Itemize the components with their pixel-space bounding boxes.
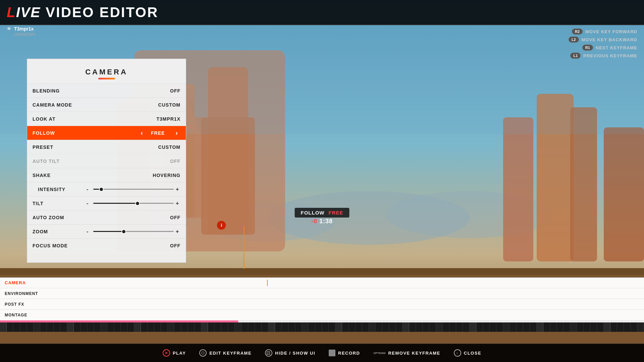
time-display: -0 1:38 xyxy=(311,218,333,225)
camera-mode-value: CUSTOM xyxy=(158,102,180,108)
tracks-wrapper: CAMERA ENVIRONMENT POST FX MONTAGE xyxy=(0,278,644,332)
zoom-fill xyxy=(93,231,124,232)
zoom-track xyxy=(93,231,174,232)
record-label: RECORD xyxy=(338,351,360,356)
intensity-label: INTENSITY xyxy=(33,187,86,192)
time-value: 1:38 xyxy=(319,218,333,225)
auto-tilt-value: OFF xyxy=(170,159,180,164)
keyframe-info-icon: ℹ xyxy=(217,221,226,230)
record-square-icon xyxy=(329,350,335,356)
app-title: LIVE VIDEO EDITOR xyxy=(7,4,158,20)
camera-track-label: CAMERA xyxy=(0,280,64,285)
auto-tilt-row: AUTO TILT OFF xyxy=(27,154,186,168)
shake-row: SHAKE HOVERING xyxy=(27,168,186,182)
svg-rect-14 xyxy=(604,127,644,261)
follow-badge-follow: FOLLOW xyxy=(301,210,325,216)
blending-label: BLENDING xyxy=(33,88,86,94)
track-row-post-fx[interactable]: POST FX xyxy=(0,299,644,310)
post-fx-track-label: POST FX xyxy=(0,302,64,307)
track-row-environment[interactable]: ENVIRONMENT xyxy=(0,288,644,299)
follow-row[interactable]: FOLLOW ‹ FREE › xyxy=(27,126,186,140)
username: T3mpr1x xyxy=(14,26,34,32)
preset-value: CUSTOM xyxy=(158,144,180,150)
zoom-slider[interactable]: - + xyxy=(87,229,180,235)
cross-icon: ✕ xyxy=(163,349,170,357)
user-status: UNKNOWN xyxy=(7,32,35,37)
time-minus: -0 xyxy=(311,218,317,225)
l2-label: MOVE KEY BACKWARD xyxy=(582,37,637,42)
tilt-minus[interactable]: - xyxy=(87,200,91,206)
circle-icon: ○ xyxy=(454,349,461,357)
look-at-value: T3mpr1x xyxy=(156,116,180,122)
header: LIVE VIDEO EDITOR xyxy=(0,0,644,25)
key-row-r1: R1 NEXT KEYFRAME xyxy=(569,45,637,51)
zoom-minus[interactable]: - xyxy=(87,229,91,235)
r1-label: NEXT KEYFRAME xyxy=(596,45,637,50)
l1-label: PREVIOUS KEYFRAME xyxy=(583,53,637,58)
track-row-camera[interactable]: CAMERA xyxy=(0,278,644,288)
montage-timeline xyxy=(64,310,644,320)
bottom-controls: ✕ PLAY ⬡ EDIT KEYFRAME ⊡ HIDE / SHOW UI … xyxy=(0,344,644,362)
environment-track-label: ENVIRONMENT xyxy=(0,291,64,296)
hide-show-icon: ⊡ xyxy=(265,349,272,357)
follow-prev-btn[interactable]: ‹ xyxy=(138,129,146,137)
auto-zoom-value: OFF xyxy=(170,215,180,220)
look-at-row: LOOK AT T3mpr1x xyxy=(27,112,186,126)
camera-timeline xyxy=(64,278,644,288)
zoom-plus[interactable]: + xyxy=(176,229,180,235)
intensity-plus[interactable]: + xyxy=(176,186,180,192)
play-button[interactable]: ✕ PLAY xyxy=(163,349,186,357)
auto-tilt-label: AUTO TILT xyxy=(33,159,86,164)
tilt-plus[interactable]: + xyxy=(176,200,180,206)
panel-title-underline xyxy=(98,78,115,79)
edit-keyframe-label: EDIT KEYFRAME xyxy=(209,351,252,356)
play-label: PLAY xyxy=(173,351,186,356)
blending-value: OFF xyxy=(170,88,180,94)
record-button[interactable]: RECORD xyxy=(329,350,360,356)
key-row-r2: R2 MOVE KEY FORWARD xyxy=(569,28,637,35)
camera-mode-label: CAMERA MODE xyxy=(33,102,86,108)
tilt-label: TILT xyxy=(33,201,86,206)
remove-keyframe-label: REMOVE KEYFRAME xyxy=(388,351,440,356)
tilt-row[interactable]: TILT - + xyxy=(27,196,186,210)
montage-track-label: MONTAGE xyxy=(0,313,64,317)
preset-row: PRESET CUSTOM xyxy=(27,140,186,154)
environment-timeline xyxy=(64,288,644,299)
remove-keyframe-button[interactable]: OPTIONS REMOVE KEYFRAME xyxy=(373,350,440,356)
svg-rect-11 xyxy=(503,117,533,261)
tilt-fill xyxy=(93,203,138,204)
intensity-minus[interactable]: - xyxy=(87,186,91,192)
zoom-thumb[interactable] xyxy=(121,229,126,234)
l1-badge: L1 xyxy=(570,53,581,59)
progress-bar-container xyxy=(0,320,644,322)
tilt-slider[interactable]: - + xyxy=(87,200,180,206)
follow-badge-free: FREE xyxy=(328,210,343,216)
close-button[interactable]: ○ CLOSE xyxy=(454,349,481,357)
edit-keyframe-icon: ⬡ xyxy=(199,349,207,357)
zoom-row[interactable]: ZOOM - + xyxy=(27,224,186,238)
camera-mode-row: CAMERA MODE CUSTOM xyxy=(27,98,186,112)
track-row-montage[interactable]: MONTAGE xyxy=(0,310,644,320)
camera-title-text: CAMERA xyxy=(27,64,186,76)
intensity-slider[interactable]: - + xyxy=(87,186,180,192)
l2-badge: L2 xyxy=(569,37,579,43)
auto-zoom-row: AUTO ZOOM OFF xyxy=(27,210,186,224)
look-at-label: LOOK AT xyxy=(33,116,86,122)
intensity-row[interactable]: INTENSITY - + xyxy=(27,182,186,196)
edit-keyframe-button[interactable]: ⬡ EDIT KEYFRAME xyxy=(199,349,252,357)
shake-label: SHAKE xyxy=(33,173,86,178)
follow-next-btn[interactable]: › xyxy=(173,129,180,137)
user-info: 👁 T3mpr1x UNKNOWN xyxy=(7,26,35,37)
intensity-track xyxy=(93,189,174,190)
shake-value: HOVERING xyxy=(153,173,180,178)
key-row-l1: L1 PREVIOUS KEYFRAME xyxy=(569,53,637,59)
focus-mode-row: FOCUS MODE OFF xyxy=(27,238,186,252)
r2-badge: R2 xyxy=(572,28,583,35)
hide-show-ui-button[interactable]: ⊡ HIDE / SHOW UI xyxy=(265,349,315,357)
intensity-thumb[interactable] xyxy=(99,187,104,192)
focus-mode-value: OFF xyxy=(170,243,180,248)
follow-label: FOLLOW xyxy=(33,130,86,136)
timeline-ruler[interactable] xyxy=(0,322,644,332)
tilt-thumb[interactable] xyxy=(135,201,140,206)
camera-panel: CAMERA BLENDING OFF CAMERA MODE CUSTOM L… xyxy=(27,59,186,263)
